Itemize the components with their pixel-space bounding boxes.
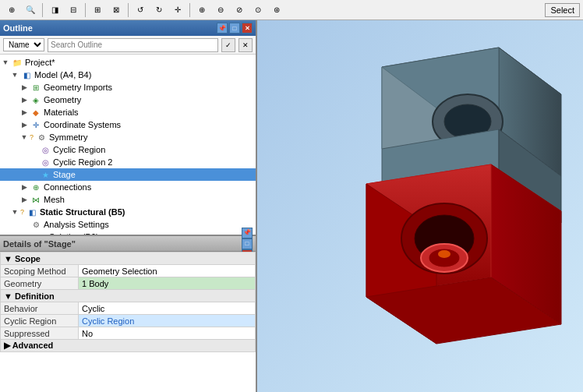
label-materials: Materials <box>44 108 79 117</box>
label-cyclic2: Cyclic Region 2 <box>53 157 112 167</box>
label-static-struct: Static Structural (B5) <box>40 207 125 217</box>
name-dropdown[interactable]: Name <box>3 38 44 51</box>
view-wireframe-btn[interactable]: ⊠ <box>108 2 125 19</box>
expander-coord-sys[interactable]: ▶ <box>19 119 30 130</box>
details-pin-btn[interactable]: 📌 <box>242 228 253 238</box>
prop-value-suppressed[interactable]: No <box>79 327 256 340</box>
expander-geom-imports[interactable]: ▶ <box>19 82 30 93</box>
advanced-label: Advanced <box>12 341 54 350</box>
label-model: Model (A4, B4) <box>34 70 91 79</box>
zoom-fit-btn[interactable]: ⊙ <box>249 2 267 19</box>
icon-symmetry: ⚙ <box>35 131 48 143</box>
expander-mesh[interactable]: ▶ <box>19 194 30 205</box>
scope-toggle[interactable]: ▼ <box>4 254 15 263</box>
top-toolbar: ⊕ 🔍 ◨ ⊟ ⊞ ⊠ ↺ ↻ ✛ ⊕ ⊖ ⊘ ⊙ ⊛ Select <box>0 0 583 20</box>
icon-model: ◧ <box>20 69 33 81</box>
expander-solution[interactable]: ▼ <box>19 231 30 235</box>
tree-item-model[interactable]: ▼ ◧ Model (A4, B4) <box>0 69 256 81</box>
outline-pin-btn[interactable]: 📌 <box>217 23 228 34</box>
zoom-in-btn[interactable]: ⊕ <box>193 2 210 19</box>
prop-behavior: Behavior Cyclic <box>1 302 256 315</box>
toolbar-sep-2 <box>85 3 86 17</box>
icon-static-struct: ◧ <box>26 206 38 218</box>
icon-materials: ◆ <box>30 106 42 118</box>
section-definition: ▼ Definition <box>1 290 256 302</box>
search-confirm-btn[interactable]: ✓ <box>221 38 235 52</box>
icon-mesh: ⋈ <box>30 193 42 206</box>
tree-item-cyclic1[interactable]: ◎ Cyclic Region <box>0 143 256 156</box>
prop-value-scoping-method[interactable]: Geometry Selection <box>79 265 256 277</box>
tree-item-coord-sys[interactable]: ▶ ✛ Coordinate Systems <box>0 118 256 131</box>
prop-value-behavior[interactable]: Cyclic <box>79 302 256 315</box>
prop-scoping-method: Scoping Method Geometry Selection <box>1 265 256 277</box>
prop-label-cyclic-region: Cyclic Region <box>1 315 79 327</box>
tree-item-mesh[interactable]: ▶ ⋈ Mesh <box>0 193 256 206</box>
definition-toggle[interactable]: ▼ <box>4 291 15 301</box>
rotate2-btn[interactable]: ↻ <box>150 2 168 19</box>
prop-value-geometry[interactable]: 1 Body <box>79 277 256 290</box>
tree-item-cyclic2[interactable]: ◎ Cyclic Region 2 <box>0 156 256 168</box>
zoom-extents-btn[interactable]: ⊕ <box>3 2 20 19</box>
zoom-btn[interactable]: 🔍 <box>22 2 39 19</box>
viewport-svg <box>257 20 583 392</box>
outline-float-btn[interactable]: □ <box>229 23 240 34</box>
tree-item-geometry[interactable]: ▶ ◈ Geometry <box>0 94 256 106</box>
zoom-box-btn[interactable]: ⊘ <box>231 2 248 19</box>
expander-cyclic2 <box>28 157 39 168</box>
tree-item-solution[interactable]: ▼ ? ◧ Solution (B6) <box>0 231 256 235</box>
tree-item-geom-imports[interactable]: ▶ ⊞ Geometry Imports <box>0 81 256 94</box>
tree-item-analysis-settings[interactable]: ⚙ Analysis Settings <box>0 218 256 231</box>
outline-close-btn[interactable]: ✕ <box>242 23 253 34</box>
expander-materials[interactable]: ▶ <box>19 107 30 118</box>
prop-label-behavior: Behavior <box>1 302 79 315</box>
expander-project[interactable]: ▼ <box>0 57 11 68</box>
label-cyclic1: Cyclic Region <box>53 145 105 154</box>
expander-static-struct[interactable]: ▼ <box>9 207 20 217</box>
prop-geometry: Geometry 1 Body <box>1 277 256 290</box>
label-analysis-settings: Analysis Settings <box>44 220 109 229</box>
tree-item-project[interactable]: ▼ 📁 Project* <box>0 56 256 69</box>
details-table: ▼ Scope Scoping Method Geometry Selectio… <box>0 252 256 392</box>
label-solution: Solution (B6) <box>49 232 99 235</box>
search-cancel-btn[interactable]: ✕ <box>238 38 253 52</box>
expander-analysis-settings <box>19 219 30 230</box>
icon-geom-imports: ⊞ <box>30 81 42 94</box>
viewport-panel: Stage Stage <box>257 20 583 392</box>
icon-cyclic1: ◎ <box>39 143 51 156</box>
toolbar-sep-4 <box>189 3 190 17</box>
expander-connections[interactable]: ▶ <box>19 182 30 192</box>
cursor-btn[interactable]: ✛ <box>169 2 186 19</box>
view-edges-btn[interactable]: ⊞ <box>89 2 106 19</box>
tree-item-symmetry[interactable]: ▼ ? ⚙ Symmetry <box>0 131 256 143</box>
ring-highlight <box>438 250 450 258</box>
prop-label-scoping-method: Scoping Method <box>1 265 79 277</box>
tree-item-static-struct[interactable]: ▼ ? ◧ Static Structural (B5) <box>0 206 256 218</box>
label-project: Project* <box>25 58 55 67</box>
select-button[interactable]: Select <box>545 3 580 17</box>
toolbar-sep-3 <box>128 3 129 17</box>
expander-cyclic1 <box>28 144 39 155</box>
details-float-btn[interactable]: □ <box>242 238 253 249</box>
prop-value-cyclic-region[interactable]: Cyclic Region <box>79 315 256 327</box>
tree-item-stage[interactable]: ★ Stage <box>0 168 256 181</box>
zoom-out-btn[interactable]: ⊖ <box>212 2 229 19</box>
search-input[interactable] <box>48 38 218 52</box>
section-scope: ▼ Scope <box>1 253 256 265</box>
warning-static: ? <box>20 208 24 216</box>
outline-title: Outline <box>3 23 217 33</box>
tree-item-connections[interactable]: ▶ ⊕ Connections <box>0 181 256 193</box>
icon-analysis-settings: ⚙ <box>30 218 42 231</box>
expander-model[interactable]: ▼ <box>9 69 20 80</box>
left-panel: Outline 📌 □ ✕ Name ✓ ✕ ▼ 📁 <box>0 20 257 392</box>
properties-table: ▼ Scope Scoping Method Geometry Selectio… <box>0 252 256 352</box>
advanced-toggle[interactable]: ▶ <box>4 341 12 350</box>
zoom-region-btn[interactable]: ⊛ <box>268 2 285 19</box>
outline-titlebar: Outline 📌 □ ✕ <box>0 20 256 36</box>
label-stage: Stage <box>53 170 76 179</box>
rotate-btn[interactable]: ↺ <box>132 2 149 19</box>
view-iso-btn[interactable]: ◨ <box>46 2 63 19</box>
view-front-btn[interactable]: ⊟ <box>65 2 82 19</box>
expander-geometry[interactable]: ▶ <box>19 94 30 105</box>
tree-item-materials[interactable]: ▶ ◆ Materials <box>0 106 256 118</box>
expander-symmetry[interactable]: ▼ <box>19 132 30 143</box>
